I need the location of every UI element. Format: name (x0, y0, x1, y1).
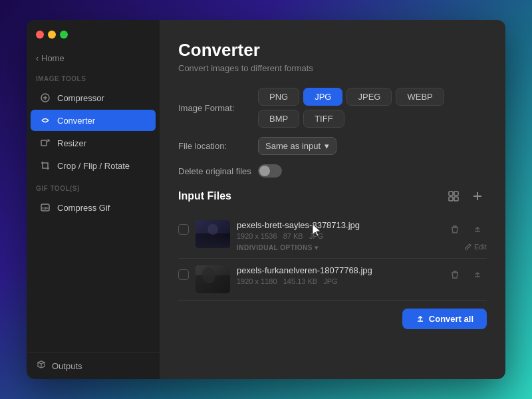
sidebar-item-converter[interactable]: Converter (31, 110, 156, 131)
resizer-icon (40, 138, 51, 148)
file-checkbox-1[interactable] (178, 224, 189, 235)
traffic-light-maximize[interactable] (60, 31, 68, 39)
individual-options-label: INDIVIDUAL OPTIONS (237, 244, 313, 251)
traffic-light-minimize[interactable] (48, 31, 56, 39)
gif-icon: GIF (40, 202, 51, 213)
move-up-icon-1[interactable] (468, 220, 487, 239)
file-location-row: File location: Same as input ▾ (178, 137, 487, 155)
section-label-image-tools: IMAGE TOOLS (27, 67, 160, 86)
file-options-row-1: INDIVIDUAL OPTIONS ▾ (237, 244, 439, 251)
grid-view-icon[interactable] (444, 187, 463, 205)
svg-point-19 (202, 267, 215, 283)
file-location-select[interactable]: Same as input ▾ (258, 137, 336, 155)
page-subtitle: Convert images to different formats (178, 63, 487, 73)
sidebar-item-resizer[interactable]: Resizer (31, 132, 156, 154)
back-button[interactable]: ‹ Home (27, 49, 160, 67)
page-title: Converter (178, 40, 487, 61)
sidebar-item-crop[interactable]: Crop / Flip / Rotate (31, 155, 156, 176)
file-size-2: 145.13 KB (283, 277, 317, 285)
bottom-bar: Convert all (178, 309, 487, 329)
input-files-title: Input Files (178, 190, 231, 202)
outputs-button[interactable]: Outputs (27, 352, 160, 379)
format-btn-tiff[interactable]: TIFF (303, 110, 344, 128)
svg-text:GIF: GIF (42, 206, 49, 210)
file-type-2: JPG (323, 277, 337, 285)
file-actions-2 (446, 265, 487, 285)
chevron-down-icon: ▾ (325, 141, 329, 151)
svg-rect-8 (449, 197, 453, 201)
file-thumbnail-1 (196, 220, 230, 248)
add-file-icon[interactable] (468, 187, 487, 205)
edit-label-1: Edit (474, 243, 487, 251)
delete-original-row: Delete original files (178, 164, 487, 178)
format-btn-webp[interactable]: WEBP (396, 88, 444, 106)
svg-rect-7 (454, 192, 458, 196)
file-name-2: pexels-furkanelveren-18077768.jpg (237, 265, 439, 275)
svg-rect-6 (449, 192, 453, 196)
file-item-1: pexels-brett-sayles-8378713.jpg 1920 x 1… (178, 213, 487, 259)
main-content: Converter Convert images to different fo… (160, 20, 505, 379)
traffic-light-close[interactable] (36, 31, 44, 39)
move-up-icon-2[interactable] (468, 265, 487, 284)
sidebar-item-compressor[interactable]: Compressor (31, 87, 156, 108)
edit-btn-1[interactable]: Edit (464, 243, 487, 251)
app-window: ‹ Home IMAGE TOOLS Compressor (27, 20, 505, 379)
file-size-1: 87 KB (283, 232, 303, 240)
file-meta-1: 1920 x 1536 87 KB JPG (237, 232, 439, 240)
file-dimensions-1: 1920 x 1536 (237, 232, 277, 240)
sidebar: ‹ Home IMAGE TOOLS Compressor (27, 20, 160, 379)
image-format-row: Image Format: PNG JPG JPEG WEBP BMP TIFF (178, 88, 487, 128)
file-info-2: pexels-furkanelveren-18077768.jpg 1920 x… (237, 265, 439, 285)
file-location-value: Same as input (265, 141, 321, 151)
file-info-1: pexels-brett-sayles-8378713.jpg 1920 x 1… (237, 220, 439, 251)
format-btn-png[interactable]: PNG (258, 88, 299, 106)
delete-file-icon-1[interactable] (446, 220, 464, 239)
convert-all-label: Convert all (429, 314, 473, 324)
svg-rect-13 (196, 233, 230, 248)
format-btn-jpg[interactable]: JPG (303, 88, 342, 106)
section-actions (444, 187, 487, 205)
sidebar-item-label-crop: Crop / Flip / Rotate (57, 161, 130, 171)
format-btn-jpeg[interactable]: JPEG (346, 88, 392, 106)
svg-rect-9 (454, 197, 458, 201)
file-meta-2: 1920 x 1180 145.13 KB JPG (237, 277, 439, 285)
file-name-1: pexels-brett-sayles-8378713.jpg (237, 220, 439, 230)
titlebar (27, 20, 160, 49)
back-chevron-icon: ‹ (36, 54, 39, 63)
format-buttons: PNG JPG JPEG WEBP BMP TIFF (258, 88, 487, 128)
file-location-label: File location: (178, 141, 251, 151)
file-type-1: JPG (309, 232, 323, 240)
input-files-header: Input Files (178, 187, 487, 205)
back-label: Home (41, 53, 65, 63)
file-action-icons-1 (446, 220, 487, 239)
file-thumbnail-2 (196, 265, 230, 293)
outputs-icon (36, 360, 47, 372)
file-action-icons-2 (446, 265, 487, 284)
file-dimensions-2: 1920 x 1180 (237, 277, 277, 285)
crop-icon (40, 160, 51, 171)
svg-rect-3 (41, 140, 47, 146)
toggle-knob (259, 166, 270, 176)
section-label-gif-tools: GIF TOOL(S) (27, 177, 160, 196)
delete-file-icon-2[interactable] (446, 265, 464, 284)
convert-all-button[interactable]: Convert all (402, 309, 487, 329)
format-label: Image Format: (178, 103, 251, 113)
sidebar-item-label-gif: Compress Gif (57, 203, 110, 213)
file-checkbox-2[interactable] (178, 269, 189, 280)
sidebar-item-label-converter: Converter (57, 116, 95, 126)
svg-point-14 (207, 224, 218, 235)
file-item-2: pexels-furkanelveren-18077768.jpg 1920 x… (178, 259, 487, 301)
converter-icon (40, 115, 51, 126)
chevron-down-small-icon: ▾ (315, 244, 319, 251)
delete-original-toggle[interactable] (258, 164, 282, 178)
sidebar-item-label-resizer: Resizer (57, 138, 86, 148)
file-actions-1: Edit (446, 220, 487, 251)
compressor-icon (40, 92, 51, 103)
sidebar-item-compress-gif[interactable]: GIF Compress Gif (31, 197, 156, 218)
individual-options-btn-1[interactable]: INDIVIDUAL OPTIONS ▾ (237, 244, 318, 251)
sidebar-item-label-compressor: Compressor (57, 93, 104, 103)
format-btn-bmp[interactable]: BMP (258, 110, 299, 128)
delete-original-label: Delete original files (178, 166, 251, 176)
outputs-label: Outputs (52, 361, 82, 371)
